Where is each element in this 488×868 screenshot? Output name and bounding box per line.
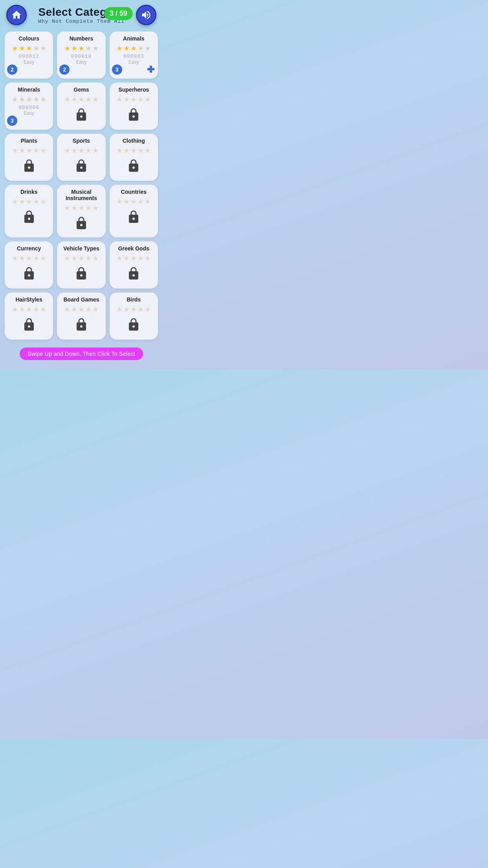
star-empty: ★ [123, 146, 130, 155]
star-empty: ★ [33, 254, 39, 263]
stars-birds: ★★★★★ [116, 305, 151, 314]
stars-clothing: ★★★★★ [116, 146, 151, 155]
category-card-numbers[interactable]: Numbers★★★★★000010Easy2 [57, 31, 105, 79]
star-empty: ★ [64, 254, 70, 263]
difficulty-minerals: Easy [24, 110, 34, 116]
home-button[interactable] [6, 5, 27, 25]
star-empty: ★ [64, 95, 70, 104]
category-grid: Colours★★★★★000012Easy2Numbers★★★★★00001… [0, 28, 163, 343]
category-card-sports[interactable]: Sports★★★★★ [57, 134, 105, 181]
star-empty: ★ [26, 146, 32, 155]
category-card-hairstyles[interactable]: HairStyles★★★★★ [5, 292, 53, 340]
star-empty: ★ [123, 95, 130, 104]
star-empty: ★ [19, 254, 25, 263]
star-empty: ★ [78, 146, 84, 155]
star-empty: ★ [12, 305, 18, 314]
category-card-countries[interactable]: Countries★★★★★ [110, 185, 158, 237]
difficulty-animals: Easy [128, 59, 139, 65]
star-empty: ★ [40, 95, 46, 104]
stars-sports: ★★★★★ [64, 146, 99, 155]
category-card-clothing[interactable]: Clothing★★★★★ [110, 134, 158, 181]
category-card-animals[interactable]: Animals★★★★★000083Easy3 [110, 31, 158, 79]
category-card-board-games[interactable]: Board Games★★★★★ [57, 292, 105, 340]
star-empty: ★ [123, 197, 130, 206]
badge-minerals: 3 [7, 116, 17, 126]
category-card-greek-gods[interactable]: Greek Gods★★★★★ [110, 241, 158, 289]
stars-colours: ★★★★★ [12, 44, 46, 53]
svg-rect-0 [150, 66, 152, 68]
lock-icon-currency [22, 267, 36, 284]
star-empty: ★ [71, 146, 77, 155]
star-empty: ★ [92, 146, 99, 155]
score-badge: 3 / 59 [104, 7, 133, 20]
star-empty: ★ [145, 197, 151, 206]
star-empty: ★ [138, 95, 144, 104]
lock-icon-sports [74, 159, 88, 176]
star-empty: ★ [145, 254, 151, 263]
lock-icon-birds [127, 318, 141, 335]
star-empty: ★ [19, 197, 25, 206]
star-empty: ★ [19, 305, 25, 314]
svg-rect-1 [147, 68, 150, 70]
star-empty: ★ [33, 305, 39, 314]
star-empty: ★ [138, 197, 144, 206]
stars-musical-instruments: ★★★★★ [64, 204, 99, 212]
star-empty: ★ [138, 254, 144, 263]
category-card-currency[interactable]: Currency★★★★★ [5, 241, 53, 289]
star-empty: ★ [130, 197, 137, 206]
lock-icon-countries [127, 210, 141, 227]
star-filled: ★ [64, 44, 70, 53]
score-text-minerals: 000000 [18, 105, 39, 110]
star-empty: ★ [138, 305, 144, 314]
stars-currency: ★★★★★ [12, 254, 46, 263]
lock-icon-board-games [74, 318, 88, 335]
card-title-musical-instruments: Musical Instruments [60, 189, 102, 201]
star-empty: ★ [92, 204, 99, 212]
card-title-minerals: Minerals [18, 86, 40, 93]
star-empty: ★ [64, 305, 70, 314]
sound-button[interactable] [136, 5, 156, 25]
star-empty: ★ [145, 305, 151, 314]
star-empty: ★ [116, 305, 123, 314]
category-card-gems[interactable]: Gems★★★★★ [57, 83, 105, 130]
category-card-superheros[interactable]: Superheros★★★★★ [110, 83, 158, 130]
card-title-sports: Sports [73, 138, 90, 144]
star-empty: ★ [92, 44, 99, 53]
category-card-colours[interactable]: Colours★★★★★000012Easy2 [5, 31, 53, 79]
star-empty: ★ [116, 254, 123, 263]
star-filled: ★ [12, 44, 18, 53]
score-text-numbers: 000010 [71, 53, 92, 59]
svg-rect-4 [150, 70, 152, 73]
star-empty: ★ [26, 197, 32, 206]
star-empty: ★ [116, 95, 123, 104]
star-empty: ★ [12, 146, 18, 155]
star-empty: ★ [130, 254, 137, 263]
stars-superheros: ★★★★★ [116, 95, 151, 104]
sound-icon [141, 9, 152, 20]
star-empty: ★ [85, 95, 92, 104]
category-card-musical-instruments[interactable]: Musical Instruments★★★★★ [57, 185, 105, 237]
card-title-countries: Countries [121, 189, 147, 195]
score-text-animals: 000083 [123, 53, 144, 59]
star-empty: ★ [130, 95, 137, 104]
card-title-vehicle-types: Vehicle Types [63, 245, 99, 252]
star-empty: ★ [12, 254, 18, 263]
card-title-greek-gods: Greek Gods [118, 245, 149, 252]
star-empty: ★ [71, 305, 77, 314]
star-empty: ★ [40, 44, 46, 53]
star-empty: ★ [40, 146, 46, 155]
home-icon [11, 9, 22, 20]
hint-text: Swipe Up and Down, Then Click To Select [20, 348, 143, 360]
lock-icon-vehicle-types [74, 267, 88, 284]
stars-board-games: ★★★★★ [64, 305, 99, 314]
category-card-vehicle-types[interactable]: Vehicle Types★★★★★ [57, 241, 105, 289]
lock-icon-hairstyles [22, 318, 36, 335]
stars-plants: ★★★★★ [12, 146, 46, 155]
star-filled: ★ [19, 44, 25, 53]
category-card-birds[interactable]: Birds★★★★★ [110, 292, 158, 340]
category-card-plants[interactable]: Plants★★★★★ [5, 134, 53, 181]
star-empty: ★ [123, 254, 130, 263]
category-card-drinks[interactable]: Drinks★★★★★ [5, 185, 53, 237]
category-card-minerals[interactable]: Minerals★★★★★000000Easy3 [5, 83, 53, 130]
card-title-colours: Colours [18, 35, 39, 42]
